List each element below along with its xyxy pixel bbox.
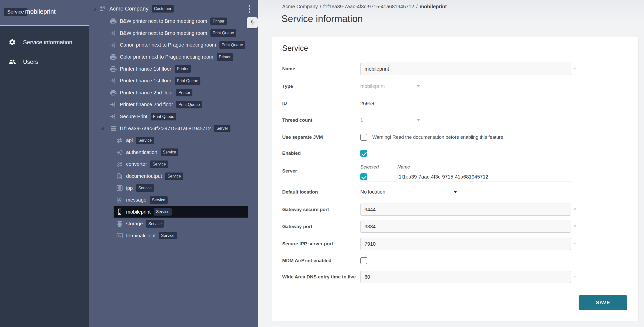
server-row-divider xyxy=(360,182,572,182)
tree-item-mobileprint[interactable]: mobileprintService xyxy=(89,206,258,218)
node-type-badge: Service xyxy=(165,173,183,180)
gear-icon xyxy=(9,39,16,46)
gateway-secure-port-input[interactable] xyxy=(360,204,571,216)
tree-root-label: Acme Company xyxy=(109,6,149,12)
mdm-airprint-checkbox[interactable] xyxy=(360,257,367,264)
node-type-badge: Service xyxy=(146,220,164,228)
sidebar-item-service-information[interactable]: Service information xyxy=(0,33,89,52)
sidebar-item-users[interactable]: Users xyxy=(0,52,89,72)
mobileprint-icon xyxy=(116,208,123,216)
wide-area-dns-label: Wide Area DNS entry time to live xyxy=(282,274,356,280)
name-label: Name xyxy=(282,66,295,72)
secure-ipp-port-input[interactable] xyxy=(360,238,571,250)
node-type-badge: Service xyxy=(154,208,172,216)
tree-item-storage[interactable]: storageService xyxy=(89,218,258,230)
tree-item-label: converter xyxy=(126,161,147,167)
tree-item-label: mobileprint xyxy=(126,209,151,215)
breadcrumb-link[interactable]: f1f1ea39-7aac-4f3c-9715-41a681945712 xyxy=(323,4,414,9)
jvm-warning-text: Warning! Read the documentation before e… xyxy=(372,134,504,140)
server-name-value: f1f1ea39-7aac-4f3c-9715-41a681945712 xyxy=(397,174,488,180)
expander-icon[interactable] xyxy=(93,7,96,11)
name-required-mark: * xyxy=(574,66,576,72)
tree-item-label: Printer finance 1st floor xyxy=(120,78,171,84)
sidebar-divider xyxy=(0,25,89,26)
wide-area-dns-input[interactable] xyxy=(360,271,571,283)
sidebar-item-label: Users xyxy=(23,59,38,65)
default-location-select[interactable]: No location xyxy=(360,186,459,198)
node-type-badge: Print Queue xyxy=(210,29,236,37)
api-icon xyxy=(116,137,123,144)
node-type-badge: Printer xyxy=(217,53,233,61)
print-queue-icon xyxy=(110,41,117,49)
thread-count-select: 1 xyxy=(360,114,422,126)
gsp-required-mark: * xyxy=(574,207,576,213)
mdm-airprint-label: MDM AirPrint enabled xyxy=(282,258,332,263)
gateway-port-input[interactable] xyxy=(360,221,571,233)
tree-item-printer-finance-2nd-floor[interactable]: Printer finance 2nd floorPrinter xyxy=(89,87,258,99)
chevron-down-icon xyxy=(454,191,457,193)
tree-item-secure-print[interactable]: Secure PrintPrint Queue xyxy=(89,111,258,123)
tree-item-label: authentication xyxy=(126,149,157,155)
node-type-badge: Service xyxy=(136,137,154,144)
tree-item-documentoutput[interactable]: documentoutputService xyxy=(89,170,258,182)
gateway-port-label: Gateway port xyxy=(282,224,312,229)
service-form-card: Service Name * Type mobileprint ID 26958… xyxy=(272,37,638,321)
tree-item-label: storage xyxy=(126,221,143,227)
node-type-badge: Printer xyxy=(210,18,227,25)
node-type-badge: Service xyxy=(159,232,177,239)
page-title: Service information xyxy=(281,14,363,24)
tree-item-canon-printer-next-to-prague-meeting-room[interactable]: Canon printer next to Prague meeting roo… xyxy=(89,39,258,51)
secure-ipp-port-label: Secure IPP server port xyxy=(282,241,333,247)
server-icon xyxy=(110,125,117,132)
tree-item-label: B&W printer next to Brno meeting room xyxy=(120,18,207,24)
expander-icon[interactable] xyxy=(101,126,104,130)
tree-item-f1f1ea39-7aac-4f3c-9715-41a681945712[interactable]: f1f1ea39-7aac-4f3c-9715-41a681945712Serv… xyxy=(89,122,258,134)
node-type-badge: Customer xyxy=(152,5,174,13)
card-heading: Service xyxy=(282,44,308,53)
tree-item-ipp[interactable]: ippService xyxy=(89,182,258,194)
tree-item-label: Color printer next to Prague meeting roo… xyxy=(120,54,213,60)
node-type-badge: Service xyxy=(161,148,178,156)
tree-item-message[interactable]: messageService xyxy=(89,194,258,206)
server-col-name: Name xyxy=(397,164,410,170)
tree-item-printer-finance-1st-floor[interactable]: Printer finance 1st floorPrinter xyxy=(89,63,258,75)
tree-item-label: f1f1ea39-7aac-4f3c-9715-41a681945712 xyxy=(120,126,211,131)
tree-item-converter[interactable]: converterService xyxy=(89,158,258,170)
node-type-badge: Service xyxy=(136,184,154,192)
tree-item-printer-finance-2nd-floor[interactable]: Printer finance 2nd floorPrint Queue xyxy=(89,99,258,111)
tree-item-printer-finance-1st-floor[interactable]: Printer finance 1st floorPrint Queue xyxy=(89,75,258,87)
breadcrumb: Acme Company/f1f1ea39-7aac-4f3c-9715-41a… xyxy=(282,4,447,10)
storage-icon xyxy=(116,220,123,228)
tree-item-authentication[interactable]: authenticationService xyxy=(89,146,258,158)
save-button[interactable]: SAVE xyxy=(579,295,627,310)
server-selected-checkbox[interactable] xyxy=(360,173,367,180)
server-label: Server xyxy=(282,168,297,174)
default-location-value: No location xyxy=(360,189,385,195)
tree-item-label: documentoutput xyxy=(126,173,162,179)
tree-item-api[interactable]: apiService xyxy=(89,134,258,146)
tree-item-label: message xyxy=(126,197,146,203)
printer-icon xyxy=(110,53,117,61)
tree-item-terminalclient[interactable]: terminalclientService xyxy=(89,230,258,242)
id-value: 26958 xyxy=(360,101,374,106)
tree-item-b-w-printer-next-to-brno-meeting-room[interactable]: B&W printer next to Brno meeting roomPri… xyxy=(89,15,258,27)
tree-rows: B&W printer next to Brno meeting roomPri… xyxy=(89,15,258,242)
enabled-checkbox[interactable] xyxy=(360,150,367,157)
sidebar: Service mobileprint Service informationU… xyxy=(0,0,89,327)
ipp-icon xyxy=(116,184,123,192)
breadcrumb-link[interactable]: Acme Company xyxy=(282,4,318,9)
use-separate-jvm-checkbox[interactable] xyxy=(360,134,367,141)
document-output-icon xyxy=(116,173,123,180)
tree-root-customer[interactable]: Acme Company Customer xyxy=(89,3,174,15)
server-col-selected: Selected xyxy=(360,164,379,170)
breadcrumb-current: mobileprint xyxy=(420,4,447,9)
node-type-badge: Printer xyxy=(176,89,192,96)
node-type-badge: Server xyxy=(214,125,230,132)
tree-item-color-printer-next-to-prague-meeting-room[interactable]: Color printer next to Prague meeting roo… xyxy=(89,51,258,63)
tree-item-b-w-printer-next-to-brno-meeting-room[interactable]: B&W printer next to Brno meeting roomPri… xyxy=(89,27,258,39)
tree-menu-button[interactable] xyxy=(246,4,252,15)
print-queue-icon xyxy=(110,29,117,37)
message-icon xyxy=(116,196,123,204)
customer-icon xyxy=(99,5,106,13)
name-input[interactable] xyxy=(360,63,571,75)
